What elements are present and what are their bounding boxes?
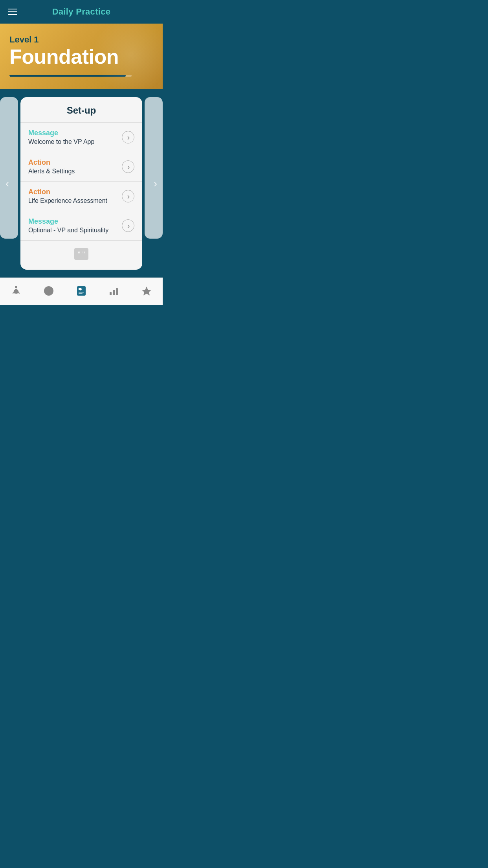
card-header: Set-up xyxy=(20,97,142,123)
list-item[interactable]: Action Life Experience Assessment xyxy=(20,182,142,211)
item-type-label: Action xyxy=(28,158,118,167)
svg-rect-13 xyxy=(113,290,115,295)
tab-navigate[interactable] xyxy=(33,284,65,298)
tab-bar: P xyxy=(0,278,163,305)
card-footer: " " xyxy=(20,241,142,270)
star-icon xyxy=(140,284,153,298)
list-item[interactable]: Action Alerts & Settings xyxy=(20,152,142,182)
svg-rect-10 xyxy=(79,293,83,294)
item-type-label: Message xyxy=(28,217,118,226)
tab-meditate[interactable] xyxy=(0,284,33,298)
level-title: Foundation xyxy=(9,46,153,67)
svg-marker-15 xyxy=(142,287,151,296)
tab-favorites[interactable] xyxy=(130,284,163,298)
tab-practice[interactable]: P xyxy=(65,284,98,298)
chevron-right-icon[interactable] xyxy=(122,160,134,173)
chevron-right-icon[interactable] xyxy=(122,190,134,202)
menu-button[interactable] xyxy=(8,9,17,15)
quote-icon: " " xyxy=(74,248,88,263)
app-header: Daily Practice xyxy=(0,0,163,24)
svg-text:P: P xyxy=(80,288,83,291)
svg-rect-14 xyxy=(116,288,118,295)
svg-text:"  ": " " xyxy=(77,250,85,258)
item-description: Welcome to the VP App xyxy=(28,138,118,145)
level-banner: Level 1 Foundation xyxy=(0,24,163,89)
svg-rect-12 xyxy=(110,292,112,295)
svg-point-2 xyxy=(15,286,17,288)
item-description: Alerts & Settings xyxy=(28,168,118,175)
list-item[interactable]: Message Welcome to the VP App xyxy=(20,123,142,152)
item-type-label: Action xyxy=(28,188,118,196)
right-side-panel xyxy=(145,97,163,239)
item-content: Action Life Experience Assessment xyxy=(28,188,118,204)
item-content: Message Welcome to the VP App xyxy=(28,129,118,145)
tab-stats[interactable] xyxy=(97,284,130,298)
content-area: ‹ Set-up Message Welcome to the VP App A… xyxy=(0,89,163,278)
level-label: Level 1 xyxy=(9,35,153,45)
stats-icon xyxy=(107,284,121,298)
prev-arrow[interactable]: ‹ xyxy=(6,177,9,190)
practice-icon: P xyxy=(75,284,88,298)
practice-card: Set-up Message Welcome to the VP App Act… xyxy=(20,97,142,270)
left-side-panel xyxy=(0,97,18,239)
item-description: Optional - VP and Spirituality xyxy=(28,227,118,234)
item-content: Message Optional - VP and Spirituality xyxy=(28,217,118,234)
meditate-icon xyxy=(9,284,23,298)
progress-bar-container xyxy=(9,75,132,77)
navigate-icon xyxy=(42,284,55,298)
card-title: Set-up xyxy=(67,105,96,116)
chevron-right-icon[interactable] xyxy=(122,219,134,232)
page-title: Daily Practice xyxy=(52,7,111,17)
item-content: Action Alerts & Settings xyxy=(28,158,118,175)
svg-rect-9 xyxy=(79,292,84,292)
next-arrow[interactable]: › xyxy=(154,177,157,190)
chevron-right-icon[interactable] xyxy=(122,131,134,143)
progress-bar-fill xyxy=(9,75,126,77)
item-description: Life Experience Assessment xyxy=(28,197,118,204)
item-type-label: Message xyxy=(28,129,118,137)
list-item[interactable]: Message Optional - VP and Spirituality xyxy=(20,211,142,241)
